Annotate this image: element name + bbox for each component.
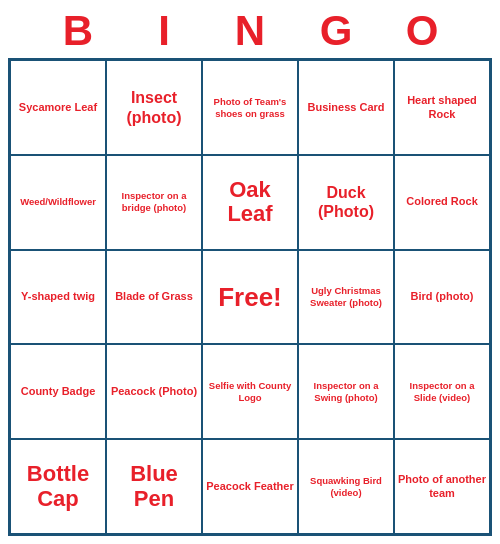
letter-g: G — [293, 8, 379, 54]
bingo-cell-8[interactable]: Duck (Photo) — [298, 155, 394, 250]
bingo-cell-6[interactable]: Inspector on a bridge (photo) — [106, 155, 202, 250]
bingo-cell-17[interactable]: Selfie with County Logo — [202, 344, 298, 439]
bingo-cell-22[interactable]: Peacock Feather — [202, 439, 298, 534]
bingo-cell-14[interactable]: Bird (photo) — [394, 250, 490, 345]
cell-label-23: Squawking Bird (video) — [302, 475, 390, 499]
cell-label-24: Photo of another team — [398, 473, 486, 501]
cell-label-7: Oak Leaf — [206, 178, 294, 226]
cell-label-1: Insect (photo) — [110, 88, 198, 126]
cell-label-6: Inspector on a bridge (photo) — [110, 190, 198, 214]
bingo-cell-1[interactable]: Insect (photo) — [106, 60, 202, 155]
bingo-cell-20[interactable]: Bottle Cap — [10, 439, 106, 534]
bingo-cell-21[interactable]: Blue Pen — [106, 439, 202, 534]
cell-label-19: Inspector on a Slide (video) — [398, 380, 486, 404]
cell-label-10: Y-shaped twig — [21, 290, 95, 304]
cell-label-15: County Badge — [21, 385, 96, 399]
bingo-cell-4[interactable]: Heart shaped Rock — [394, 60, 490, 155]
bingo-cell-9[interactable]: Colored Rock — [394, 155, 490, 250]
bingo-cell-19[interactable]: Inspector on a Slide (video) — [394, 344, 490, 439]
cell-label-8: Duck (Photo) — [302, 183, 390, 221]
bingo-cell-3[interactable]: Business Card — [298, 60, 394, 155]
letter-i: I — [121, 8, 207, 54]
cell-label-11: Blade of Grass — [115, 290, 193, 304]
bingo-header: B I N G O — [8, 8, 492, 54]
cell-label-9: Colored Rock — [406, 195, 478, 209]
cell-label-16: Peacock (Photo) — [111, 385, 197, 399]
cell-label-13: Ugly Christmas Sweater (photo) — [302, 285, 390, 309]
cell-label-0: Sycamore Leaf — [19, 101, 97, 115]
letter-b: B — [35, 8, 121, 54]
cell-label-22: Peacock Feather — [206, 480, 293, 494]
cell-label-12: Free! — [218, 282, 282, 313]
cell-label-5: Weed/Wildflower — [20, 196, 96, 208]
bingo-cell-15[interactable]: County Badge — [10, 344, 106, 439]
bingo-cell-11[interactable]: Blade of Grass — [106, 250, 202, 345]
letter-o: O — [379, 8, 465, 54]
cell-label-21: Blue Pen — [110, 462, 198, 510]
bingo-cell-18[interactable]: Inspector on a Swing (photo) — [298, 344, 394, 439]
bingo-cell-13[interactable]: Ugly Christmas Sweater (photo) — [298, 250, 394, 345]
bingo-cell-2[interactable]: Photo of Team's shoes on grass — [202, 60, 298, 155]
cell-label-4: Heart shaped Rock — [398, 94, 486, 122]
cell-label-3: Business Card — [307, 101, 384, 115]
bingo-grid: Sycamore LeafInsect (photo)Photo of Team… — [8, 58, 492, 536]
cell-label-20: Bottle Cap — [14, 462, 102, 510]
bingo-cell-16[interactable]: Peacock (Photo) — [106, 344, 202, 439]
bingo-cell-7[interactable]: Oak Leaf — [202, 155, 298, 250]
bingo-cell-23[interactable]: Squawking Bird (video) — [298, 439, 394, 534]
letter-n: N — [207, 8, 293, 54]
bingo-cell-10[interactable]: Y-shaped twig — [10, 250, 106, 345]
bingo-cell-12[interactable]: Free! — [202, 250, 298, 345]
bingo-cell-0[interactable]: Sycamore Leaf — [10, 60, 106, 155]
cell-label-2: Photo of Team's shoes on grass — [206, 96, 294, 120]
cell-label-17: Selfie with County Logo — [206, 380, 294, 404]
bingo-cell-5[interactable]: Weed/Wildflower — [10, 155, 106, 250]
cell-label-14: Bird (photo) — [411, 290, 474, 304]
bingo-cell-24[interactable]: Photo of another team — [394, 439, 490, 534]
cell-label-18: Inspector on a Swing (photo) — [302, 380, 390, 404]
